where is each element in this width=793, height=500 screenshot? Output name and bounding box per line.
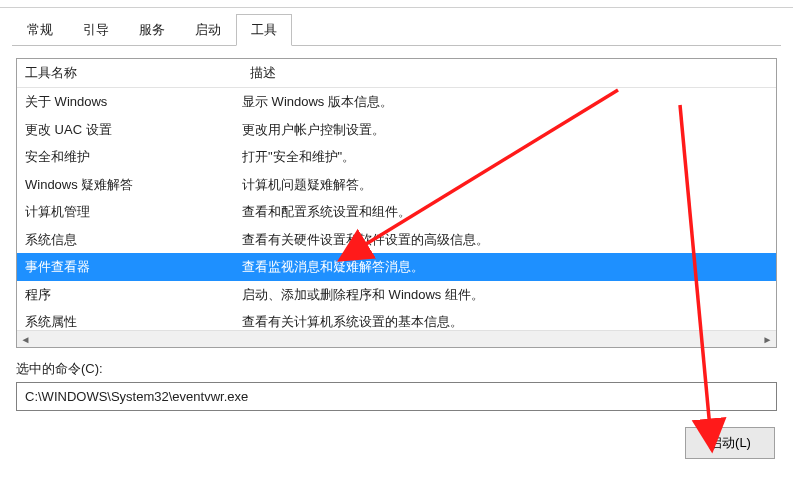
tab-1[interactable]: 引导 [68,14,124,46]
row-desc: 打开"安全和维护"。 [242,147,768,167]
table-row[interactable]: 关于 Windows显示 Windows 版本信息。 [17,88,776,116]
launch-button[interactable]: 启动(L) [685,427,775,459]
row-desc: 查看有关硬件设置和软件设置的高级信息。 [242,230,768,250]
horizontal-scrollbar[interactable]: ◄ ► [17,330,776,347]
list-body[interactable]: 关于 Windows显示 Windows 版本信息。更改 UAC 设置更改用户帐… [17,88,776,330]
table-row[interactable]: 系统属性查看有关计算机系统设置的基本信息。 [17,308,776,330]
selected-command-label: 选中的命令(C): [16,360,777,378]
tools-list: 工具名称 描述 关于 Windows显示 Windows 版本信息。更改 UAC… [16,58,777,348]
tab-bar: 常规引导服务启动工具 [0,8,793,46]
header-tool-name[interactable]: 工具名称 [17,59,242,87]
tab-4[interactable]: 工具 [236,14,292,46]
row-name: 安全和维护 [25,147,242,167]
header-description[interactable]: 描述 [242,59,776,87]
table-row[interactable]: 程序启动、添加或删除程序和 Windows 组件。 [17,281,776,309]
scroll-right-icon[interactable]: ► [759,331,776,348]
tab-3[interactable]: 启动 [180,14,236,46]
scroll-left-icon[interactable]: ◄ [17,331,34,348]
row-desc: 启动、添加或删除程序和 Windows 组件。 [242,285,768,305]
table-row[interactable]: 更改 UAC 设置更改用户帐户控制设置。 [17,116,776,144]
titlebar [0,0,793,8]
row-desc: 查看和配置系统设置和组件。 [242,202,768,222]
row-desc: 查看有关计算机系统设置的基本信息。 [242,312,768,330]
list-header: 工具名称 描述 [17,59,776,88]
row-name: 系统属性 [25,312,242,330]
row-name: Windows 疑难解答 [25,175,242,195]
row-desc: 查看监视消息和疑难解答消息。 [242,257,768,277]
table-row[interactable]: 系统信息查看有关硬件设置和软件设置的高级信息。 [17,226,776,254]
row-desc: 显示 Windows 版本信息。 [242,92,768,112]
row-name: 事件查看器 [25,257,242,277]
row-desc: 更改用户帐户控制设置。 [242,120,768,140]
row-desc: 计算机问题疑难解答。 [242,175,768,195]
row-name: 更改 UAC 设置 [25,120,242,140]
row-name: 程序 [25,285,242,305]
table-row[interactable]: 计算机管理查看和配置系统设置和组件。 [17,198,776,226]
tab-2[interactable]: 服务 [124,14,180,46]
row-name: 系统信息 [25,230,242,250]
table-row[interactable]: Windows 疑难解答计算机问题疑难解答。 [17,171,776,199]
table-row[interactable]: 安全和维护打开"安全和维护"。 [17,143,776,171]
selected-command-input[interactable] [16,382,777,411]
row-name: 关于 Windows [25,92,242,112]
tab-0[interactable]: 常规 [12,14,68,46]
row-name: 计算机管理 [25,202,242,222]
table-row[interactable]: 事件查看器查看监视消息和疑难解答消息。 [17,253,776,281]
